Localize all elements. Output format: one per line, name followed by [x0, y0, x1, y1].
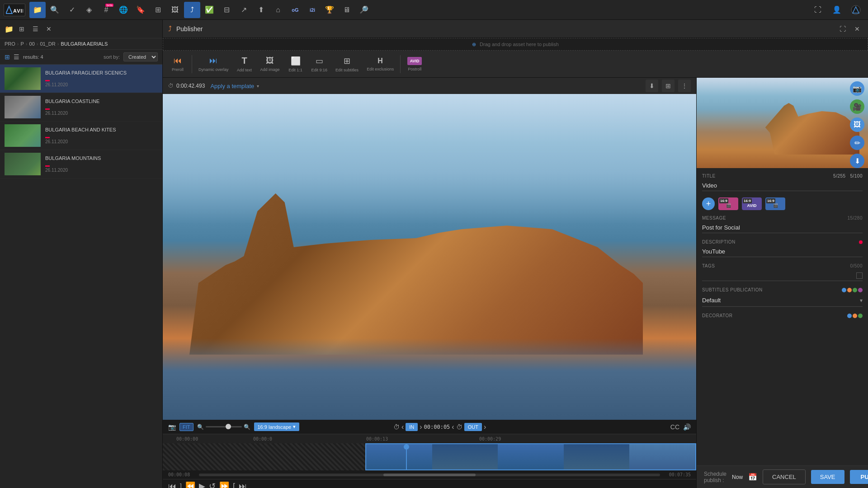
mark-in-transport-button[interactable]: ⏮: [168, 482, 176, 488]
publisher-expand-button[interactable]: ⛶: [837, 23, 848, 34]
loop-button[interactable]: ↺: [209, 481, 216, 488]
prev-out-arrow[interactable]: ‹: [452, 423, 454, 431]
breadcrumb-bulgaria[interactable]: BULGARIA AERIALS: [61, 41, 108, 47]
user-button[interactable]: 👤: [829, 2, 845, 18]
breadcrumb-p[interactable]: P: [21, 41, 24, 47]
monitor-button[interactable]: 🖥: [339, 2, 355, 18]
playhead-handle[interactable]: [404, 444, 409, 450]
add-text-button[interactable]: T Add text: [233, 54, 256, 74]
effects-button[interactable]: ◈: [81, 2, 97, 18]
preroll-button[interactable]: ⏮ Preroll: [166, 54, 189, 74]
subtitles-dropdown[interactable]: Default ▾: [702, 294, 863, 307]
upload-button[interactable]: ⬆: [253, 2, 269, 18]
calendar-button[interactable]: 📅: [748, 473, 757, 481]
add-channel-button[interactable]: +: [702, 197, 715, 210]
in-button[interactable]: IN: [406, 423, 418, 431]
title-input[interactable]: [702, 180, 863, 191]
mark-out-icon[interactable]: ⏱: [456, 423, 462, 431]
edit-exclusions-button[interactable]: H Edit exclusions: [363, 55, 397, 73]
send-button[interactable]: ↗: [236, 2, 252, 18]
edit-11-button[interactable]: ⬜ Edit 1:1: [284, 54, 307, 74]
tags-input[interactable]: [702, 272, 856, 279]
home-button[interactable]: ⌂: [270, 2, 286, 18]
channel-badge-2[interactable]: 16:9 AVID: [742, 197, 762, 210]
search-button[interactable]: 🔍: [47, 2, 63, 18]
mark-out-end-button[interactable]: ⏭: [239, 482, 247, 488]
checkmark-button[interactable]: ✓: [64, 2, 80, 18]
photo-button[interactable]: 🖼: [167, 2, 183, 18]
list-item[interactable]: BULGARIA MOUNTAINS ▬ 26.11.2020: [0, 150, 162, 178]
edit-916-button[interactable]: ▭ Edit 9:16: [308, 54, 331, 74]
edit-button[interactable]: ⊞: [662, 80, 675, 92]
next-arrow[interactable]: ›: [420, 423, 422, 431]
channel-badge-3[interactable]: 16:9 🎬: [765, 197, 785, 210]
forward-button[interactable]: ⏩: [219, 481, 229, 488]
play-button[interactable]: ▶: [199, 481, 205, 488]
breadcrumb-pro[interactable]: PRO: [5, 41, 15, 47]
publisher-close-button[interactable]: ✕: [852, 23, 863, 34]
sort-select[interactable]: Created Name Modified: [123, 52, 158, 61]
expand-button[interactable]: ⛶: [810, 2, 826, 18]
list-item[interactable]: BULGARIA PARAGLIDER SCENICS ▬ 26.11.2020: [0, 65, 162, 93]
panel-grid-button[interactable]: ⊞: [16, 23, 27, 34]
message-input[interactable]: [702, 222, 863, 233]
zoom-out-icon[interactable]: 🔍: [197, 424, 204, 430]
beta-button[interactable]: # beta: [98, 2, 114, 18]
timeline-scrollbar[interactable]: [199, 474, 660, 476]
channel-badge-1[interactable]: 16:9 🎬: [718, 197, 738, 210]
list-view-button[interactable]: ☰: [14, 53, 19, 61]
apply-template-button[interactable]: Apply a template ▾: [210, 83, 259, 89]
dynamic-overlay-button[interactable]: ⏭ Dynamic overlay: [195, 54, 232, 74]
grid-view-button[interactable]: ⊞: [5, 53, 10, 61]
panel-list-button[interactable]: ☰: [30, 23, 41, 34]
zoom-thumb[interactable]: [226, 424, 231, 429]
postroll-button[interactable]: AVID Postroll: [403, 55, 426, 73]
download-button[interactable]: ⬇: [646, 80, 658, 92]
mark-in-icon[interactable]: ⏱: [393, 423, 400, 431]
globe-button[interactable]: 🌐: [115, 2, 132, 18]
timeline-clip[interactable]: [365, 443, 696, 470]
trophy-button[interactable]: 🏆: [321, 2, 338, 18]
layout-button[interactable]: ⊟: [218, 2, 235, 18]
prev-arrow[interactable]: ‹: [401, 423, 404, 431]
list-item[interactable]: BULGARIA BEACH AND KITES ▬ 26.11.2020: [0, 122, 162, 150]
og-button[interactable]: oG: [287, 2, 303, 18]
share-button[interactable]: ⤴: [184, 2, 200, 18]
save-button[interactable]: SAVE: [811, 470, 844, 484]
screenshot-button[interactable]: 📷: [168, 423, 176, 431]
add-image-button[interactable]: 🖼 Add image: [257, 54, 283, 74]
download-overlay-button[interactable]: ⬇: [850, 154, 864, 168]
breadcrumb-00[interactable]: 00: [29, 41, 35, 47]
out-button[interactable]: OUT: [464, 423, 482, 431]
fit-button[interactable]: FIT: [179, 423, 193, 431]
timeline-scrollbar-thumb[interactable]: [383, 474, 476, 476]
publish-button[interactable]: PUBLISH: [850, 470, 868, 484]
more-button[interactable]: ⋮: [678, 80, 691, 92]
breadcrumb-01dr[interactable]: 01_DR: [40, 41, 55, 47]
camera-button[interactable]: 📷: [850, 81, 864, 96]
edit-overlay-button[interactable]: ✏: [850, 136, 864, 150]
volume-button[interactable]: 🔊: [683, 423, 691, 431]
cancel-button[interactable]: CANCEL: [763, 469, 806, 484]
next-out-arrow[interactable]: ›: [484, 423, 486, 431]
zoom-slider[interactable]: [206, 426, 242, 427]
cc-button[interactable]: CC: [670, 423, 679, 431]
mark-point-button[interactable]: ]: [180, 483, 182, 488]
panel-close-button[interactable]: ✕: [43, 23, 54, 34]
video-record-button[interactable]: 🎥: [850, 99, 864, 114]
bookmark-button[interactable]: 🔖: [132, 2, 149, 18]
magnify-button[interactable]: 🔎: [356, 2, 372, 18]
description-input[interactable]: [702, 246, 863, 257]
edit-subtitles-button[interactable]: ⊞ Edit subtitles: [332, 54, 362, 74]
tags-checkbox[interactable]: [856, 272, 863, 279]
screenshot-dl-button[interactable]: 🖼: [850, 117, 864, 132]
avid-icon-button[interactable]: [848, 2, 864, 18]
list-item[interactable]: BULGARIA COASTLINE ▬ 26.11.2020: [0, 93, 162, 122]
aspect-button[interactable]: 16:9 landscape ▾: [254, 422, 300, 431]
mark-out-transport-button[interactable]: [: [233, 482, 235, 488]
grid-button[interactable]: ⊞: [150, 2, 166, 18]
bin-button[interactable]: 📁: [29, 2, 46, 18]
rewind-button[interactable]: ⏪: [185, 481, 195, 488]
task-button[interactable]: ✅: [201, 2, 217, 18]
zoom-in-icon[interactable]: 🔍: [244, 424, 250, 430]
